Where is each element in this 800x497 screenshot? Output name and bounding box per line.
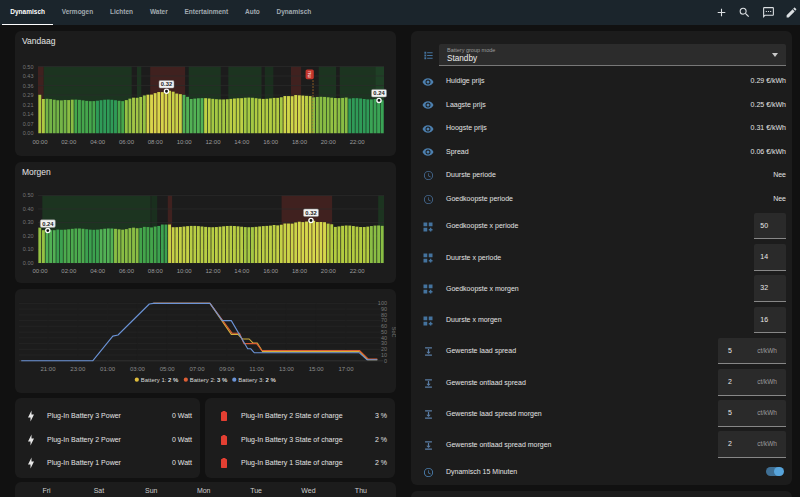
- svg-text:10:00: 10:00: [177, 139, 193, 145]
- svg-text:0.07: 0.07: [23, 121, 34, 127]
- svg-text:50: 50: [381, 329, 387, 335]
- svg-text:0.24: 0.24: [42, 220, 54, 226]
- svg-text:00:00: 00:00: [33, 268, 49, 274]
- svg-text:04:00: 04:00: [90, 139, 106, 145]
- svg-text:Battery 1: 2 %: Battery 1: 2 %: [141, 377, 179, 383]
- svg-text:Morgen: Morgen: [22, 166, 51, 176]
- svg-text:15:00: 15:00: [309, 366, 325, 372]
- svg-text:12:00: 12:00: [205, 139, 221, 145]
- svg-text:06:00: 06:00: [119, 139, 135, 145]
- svg-text:16:00: 16:00: [263, 268, 279, 274]
- svg-text:02:00: 02:00: [61, 139, 77, 145]
- svg-text:0.14: 0.14: [23, 111, 34, 117]
- svg-text:80: 80: [381, 312, 387, 318]
- svg-text:0.00: 0.00: [23, 130, 34, 136]
- svg-text:0.24: 0.24: [373, 90, 385, 96]
- svg-text:07:00: 07:00: [190, 366, 206, 372]
- svg-text:08:00: 08:00: [148, 268, 164, 274]
- svg-text:04:00: 04:00: [90, 268, 106, 274]
- svg-text:0.32: 0.32: [161, 81, 172, 87]
- svg-text:22:00: 22:00: [350, 139, 366, 145]
- svg-text:Battery 3: 2 %: Battery 3: 2 %: [238, 377, 276, 383]
- svg-text:10:00: 10:00: [177, 268, 193, 274]
- svg-text:nu: nu: [307, 71, 313, 77]
- svg-text:06:00: 06:00: [119, 268, 135, 274]
- svg-text:21:00: 21:00: [41, 366, 57, 372]
- svg-text:0.10: 0.10: [23, 246, 34, 252]
- svg-text:100: 100: [378, 300, 387, 306]
- svg-text:40: 40: [381, 335, 387, 341]
- svg-text:0.50: 0.50: [23, 64, 34, 70]
- svg-text:0.36: 0.36: [23, 83, 34, 89]
- svg-text:10: 10: [381, 352, 387, 358]
- svg-text:0.43: 0.43: [23, 73, 34, 79]
- svg-text:14:00: 14:00: [234, 139, 250, 145]
- svg-text:Battery 2: 3 %: Battery 2: 3 %: [190, 377, 228, 383]
- svg-text:90: 90: [381, 306, 387, 312]
- svg-text:18:00: 18:00: [292, 268, 308, 274]
- svg-text:0.21: 0.21: [23, 102, 34, 108]
- svg-text:16:00: 16:00: [263, 139, 279, 145]
- svg-text:0.30: 0.30: [23, 219, 34, 225]
- svg-text:12:00: 12:00: [206, 268, 222, 274]
- svg-text:01:00: 01:00: [100, 366, 116, 372]
- svg-text:18:00: 18:00: [292, 139, 308, 145]
- svg-text:20:00: 20:00: [321, 268, 337, 274]
- svg-text:08:00: 08:00: [148, 139, 164, 145]
- svg-text:02:00: 02:00: [61, 268, 77, 274]
- svg-text:30: 30: [381, 340, 387, 346]
- svg-text:0.20: 0.20: [23, 232, 34, 238]
- svg-text:05:00: 05:00: [160, 366, 176, 372]
- svg-text:20:00: 20:00: [321, 139, 337, 145]
- svg-text:03:00: 03:00: [130, 366, 146, 372]
- svg-text:SoC: SoC: [391, 327, 396, 338]
- svg-text:14:00: 14:00: [234, 268, 250, 274]
- svg-text:0: 0: [384, 358, 387, 364]
- svg-text:11:00: 11:00: [249, 366, 264, 372]
- svg-text:0.40: 0.40: [23, 205, 34, 211]
- svg-text:0.29: 0.29: [23, 92, 34, 98]
- svg-text:20: 20: [381, 346, 387, 352]
- svg-text:23:00: 23:00: [70, 366, 86, 372]
- svg-text:60: 60: [381, 323, 387, 329]
- svg-text:0.00: 0.00: [23, 259, 34, 265]
- svg-text:70: 70: [381, 317, 387, 323]
- svg-text:0.32: 0.32: [305, 209, 316, 215]
- svg-text:00:00: 00:00: [32, 139, 48, 145]
- svg-text:17:00: 17:00: [339, 366, 355, 372]
- svg-text:13:00: 13:00: [279, 366, 295, 372]
- svg-text:22:00: 22:00: [350, 268, 366, 274]
- svg-text:Vandaag: Vandaag: [22, 36, 56, 46]
- svg-text:0.50: 0.50: [23, 192, 34, 198]
- svg-text:09:00: 09:00: [219, 366, 235, 372]
